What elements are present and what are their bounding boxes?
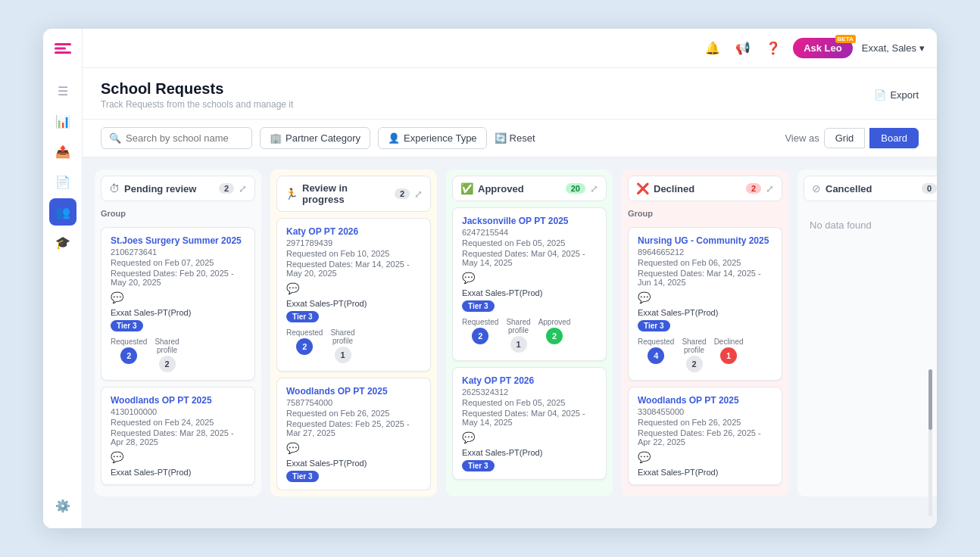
expand-icon-pending[interactable]: ⤢ (239, 183, 247, 194)
content-header: School Requests Track Requests from the … (83, 68, 937, 120)
tier-badge: Tier 3 (286, 471, 319, 482)
megaphone-icon[interactable]: 📢 (732, 38, 754, 59)
partner-icon: 🏢 (270, 132, 282, 144)
col-count-pending: 2 (219, 183, 234, 194)
svg-rect-0 (55, 43, 71, 45)
card-requested: Requested on Feb 26, 2025 (638, 418, 772, 427)
stat-approved: Approved 2 (538, 318, 571, 353)
comment-icon[interactable]: 💬 (286, 442, 421, 454)
bell-icon[interactable]: 🔔 (702, 38, 723, 59)
column-body-cancelled: No data found (804, 207, 937, 490)
declined-status-icon: ❌ (636, 182, 649, 194)
col-title-cancelled: Cancelled (826, 183, 917, 194)
sidebar: ☰ 📊 📤 📄 👥 🎓 ⚙️ (43, 68, 83, 528)
school-name[interactable]: Woodlands OP PT 2025 (638, 395, 772, 406)
scrollbar-thumb[interactable] (929, 369, 932, 430)
school-name[interactable]: Woodlands OP PT 2025 (286, 386, 421, 397)
page-title: School Requests (101, 80, 293, 98)
card-review-1: Katy OP PT 2026 2971789439 Requested on … (276, 218, 431, 372)
column-body-review: Katy OP PT 2026 2971789439 Requested on … (276, 218, 431, 490)
card-dates-range: Requested Dates: Feb 26, 2025 - Apr 22, … (638, 428, 772, 447)
expand-icon-declined[interactable]: ⤢ (766, 183, 774, 194)
grid-view-button[interactable]: Grid (824, 128, 866, 148)
col-title-pending: Pending review (124, 183, 214, 194)
card-review-2: Woodlands OP PT 2025 7587754000 Requeste… (276, 378, 431, 490)
export-icon: 📄 (874, 89, 886, 101)
reset-icon: 🔄 (495, 132, 507, 144)
cancelled-status-icon: ⊘ (812, 182, 821, 194)
help-icon[interactable]: ❓ (763, 38, 784, 59)
user-dropdown[interactable]: Exxat, Sales ▾ (862, 42, 925, 54)
school-name[interactable]: Woodlands OP PT 2025 (111, 395, 245, 406)
card-org: Exxat Sales-PT(Prod) (111, 308, 245, 317)
stat-requested: Requested 4 (638, 338, 674, 372)
card-id: 2625324312 (462, 387, 597, 397)
stat-shared: Sharedprofile 2 (154, 338, 179, 372)
board-container: ⏱ Pending review 2 ⤢ Group St.Joes Surge… (83, 157, 937, 509)
export-button[interactable]: 📄 Export (874, 89, 919, 101)
ask-leo-button[interactable]: Ask Leo BETA (793, 38, 853, 58)
comment-icon[interactable]: 💬 (462, 272, 597, 284)
comment-icon[interactable]: 💬 (462, 431, 597, 443)
school-name[interactable]: St.Joes Surgery Summer 2025 (111, 235, 245, 246)
search-container: 🔍 (101, 127, 252, 149)
card-dates-range: Requested Dates: Mar 14, 2025 - May 20, … (286, 260, 421, 278)
sidebar-item-upload[interactable]: 📤 (49, 138, 76, 165)
board-view-button[interactable]: Board (869, 128, 919, 148)
partner-category-filter[interactable]: 🏢 Partner Category (260, 127, 370, 149)
sidebar-item-people[interactable]: 👥 (49, 198, 76, 226)
card-org: Exxat Sales-PT(Prod) (638, 308, 772, 317)
card-id: 2971789439 (286, 238, 421, 247)
col-count-cancelled: 0 (922, 183, 937, 194)
view-as-label: View as (785, 132, 819, 144)
expand-icon-review[interactable]: ⤢ (414, 188, 423, 200)
expand-icon-approved[interactable]: ⤢ (590, 183, 598, 194)
reset-button[interactable]: 🔄 Reset (495, 132, 535, 144)
column-body-pending: St.Joes Surgery Summer 2025 2106273641 R… (101, 227, 255, 490)
card-stats: Requested 2 Sharedprofile 1 (286, 328, 421, 363)
filter-bar: 🔍 🏢 Partner Category 👤 Experience Type 🔄… (83, 120, 937, 157)
column-header-declined: ❌ Declined 2 ⤢ (628, 176, 782, 201)
school-name[interactable]: Katy OP PT 2026 (286, 226, 421, 237)
sidebar-item-documents[interactable]: 📄 (49, 168, 76, 195)
school-name[interactable]: Jacksonville OP PT 2025 (462, 216, 597, 226)
experience-type-filter[interactable]: 👤 Experience Type (378, 127, 487, 149)
card-requested: Requested on Feb 07, 2025 (111, 258, 245, 267)
card-requested: Requested on Feb 06, 2025 (638, 258, 772, 267)
sidebar-item-graduation[interactable]: 🎓 (49, 229, 76, 256)
column-body-declined: Nursing UG - Community 2025 8964665212 R… (628, 227, 782, 490)
column-body-approved: Jacksonville OP PT 2025 6247215544 Reque… (452, 207, 607, 490)
card-dates-range: Requested Dates: Feb 20, 2025 - May 20, … (111, 269, 245, 287)
school-name[interactable]: Katy OP PT 2026 (462, 375, 597, 386)
card-id: 6247215544 (462, 228, 597, 237)
search-input[interactable] (126, 132, 239, 144)
school-name[interactable]: Nursing UG - Community 2025 (638, 235, 772, 246)
group-label-pending: Group (101, 207, 255, 221)
col-count-declined: 2 (746, 183, 761, 194)
stat-declined: Declined 1 (714, 338, 744, 372)
sidebar-item-analytics[interactable]: 📊 (49, 107, 76, 135)
experience-icon: 👤 (388, 132, 400, 144)
comment-icon[interactable]: 💬 (111, 291, 245, 303)
user-label: Exxat, Sales (862, 42, 916, 54)
tier-badge: Tier 3 (462, 460, 495, 471)
card-approved-1: Jacksonville OP PT 2025 6247215544 Reque… (452, 207, 607, 361)
comment-icon[interactable]: 💬 (111, 451, 245, 463)
card-org: Exxat Sales-PT(Prod) (111, 468, 245, 477)
scrollbar-track[interactable] (929, 369, 932, 516)
settings-icon[interactable]: ⚙️ (49, 492, 76, 519)
card-pending-2: Woodlands OP PT 2025 4130100000 Requeste… (101, 387, 255, 485)
card-id: 7587754000 (286, 398, 421, 407)
comment-icon[interactable]: 💬 (638, 451, 772, 463)
svg-rect-1 (55, 47, 66, 49)
column-header-approved: ✅ Approved 20 ⤢ (452, 176, 607, 201)
card-requested: Requested on Feb 10, 2025 (286, 249, 421, 258)
comment-icon[interactable]: 💬 (638, 291, 772, 303)
stat-requested: Requested 2 (286, 328, 323, 363)
approved-status-icon: ✅ (460, 182, 473, 194)
card-stats: Requested 2 Sharedprofile 1 Approved (462, 318, 597, 353)
sidebar-item-menu[interactable]: ☰ (49, 77, 76, 104)
comment-icon[interactable]: 💬 (286, 282, 421, 294)
stat-shared: Sharedprofile 2 (682, 338, 706, 372)
stat-shared: Sharedprofile 1 (330, 328, 354, 363)
